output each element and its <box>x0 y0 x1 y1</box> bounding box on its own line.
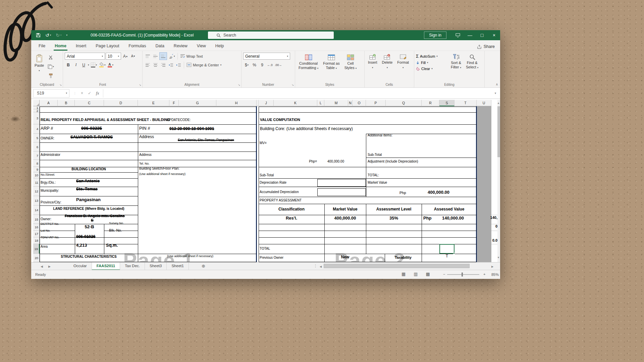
maximize-button[interactable]: □ <box>476 30 488 40</box>
row-header-7[interactable]: 7 <box>33 152 40 160</box>
oct-number[interactable]: 52-B <box>75 225 104 229</box>
font-size-combo[interactable]: 10▾ <box>106 53 121 60</box>
page-layout-view-icon[interactable]: ▥ <box>414 272 418 277</box>
row-header-5[interactable]: 5 <box>33 134 40 142</box>
format-painter-icon[interactable] <box>47 72 55 79</box>
area-value[interactable]: 4,213 <box>76 243 87 248</box>
sheet-nav-right-icon[interactable]: ▶ <box>48 265 51 268</box>
column-header-N[interactable]: N <box>348 100 353 106</box>
assessed-value[interactable]: 140,000.00 <box>435 216 464 221</box>
formula-bar-expand-icon[interactable]: ▾ <box>491 92 500 95</box>
insert-function-icon[interactable]: fx <box>96 90 99 96</box>
search-box[interactable]: Search <box>208 32 334 39</box>
tab-page-layout[interactable]: Page Layout <box>91 41 124 51</box>
scroll-up-icon[interactable]: ▲ <box>497 102 500 105</box>
column-header-K[interactable]: K <box>274 100 317 106</box>
column-header-H[interactable]: H <box>216 100 257 106</box>
scroll-down-icon[interactable]: ▼ <box>497 256 500 259</box>
accounting-format-icon[interactable]: $▾ <box>243 61 250 68</box>
new-sheet-button[interactable]: ⊕ <box>202 263 205 268</box>
province-value[interactable]: Pangasinan <box>76 197 101 202</box>
number-dialog-launcher[interactable]: ↘ <box>291 83 294 86</box>
increase-font-icon[interactable]: A▴ <box>122 53 129 60</box>
delete-cells-button[interactable]: Delete▾ <box>380 53 394 81</box>
fill-handle[interactable] <box>453 252 455 254</box>
tab-data[interactable]: Data <box>151 41 169 51</box>
market-value-total[interactable]: 400,000.00 <box>416 190 449 195</box>
horizontal-scrollbar-thumb[interactable] <box>324 264 470 268</box>
sort-filter-button[interactable]: AZ Sort &Filter ▾ <box>449 53 463 81</box>
page-break-view-icon[interactable]: ▩ <box>426 272 430 277</box>
row-header-10[interactable]: 10 <box>33 172 40 178</box>
column-header-G[interactable]: G <box>179 100 216 106</box>
comma-style-icon[interactable]: 9 <box>259 61 266 68</box>
row-header-4[interactable]: 4 <box>33 124 40 134</box>
close-button[interactable]: × <box>488 30 500 40</box>
merge-center-button[interactable]: Merge & Center ▾ <box>186 61 222 68</box>
tab-home[interactable]: Home <box>50 41 71 51</box>
normal-view-icon[interactable]: ▦ <box>401 272 406 277</box>
minimize-button[interactable]: — <box>464 30 476 40</box>
column-header-Q[interactable]: Q <box>386 100 422 106</box>
clear-button[interactable]: Clear▾ <box>416 67 448 71</box>
column-header-S[interactable]: S <box>439 100 454 106</box>
align-middle-icon[interactable] <box>152 53 159 60</box>
paste-button[interactable]: Paste ▾ <box>33 53 46 81</box>
column-header-T[interactable]: T <box>454 100 477 106</box>
assess-market-value[interactable]: 400,000.00 <box>324 216 366 221</box>
tab-review[interactable]: Review <box>169 41 192 51</box>
zoom-in-icon[interactable]: + <box>483 272 485 276</box>
row-header-20[interactable]: 20 <box>33 254 40 262</box>
column-header-A[interactable]: A <box>40 100 58 106</box>
hscroll-right-icon[interactable]: ▶ <box>491 265 493 268</box>
row-header-6[interactable]: 6 <box>33 142 40 152</box>
collapse-ribbon-icon[interactable]: ∧ <box>496 82 498 86</box>
tab-file[interactable]: File <box>34 41 50 51</box>
accumulated-depreciation-cell[interactable] <box>317 188 366 196</box>
zoom-slider-thumb[interactable] <box>462 273 463 277</box>
name-box[interactable]: S19▾ <box>33 89 69 98</box>
copy-icon[interactable]: ▾ <box>47 63 55 70</box>
number-format-combo[interactable]: General▾ <box>243 53 290 60</box>
row-header-11[interactable]: 11 <box>33 178 40 187</box>
vertical-scrollbar-thumb[interactable] <box>497 106 500 157</box>
column-header-D[interactable]: D <box>104 100 138 106</box>
fill-button[interactable]: Fill▾ <box>416 61 448 65</box>
row-header-3[interactable]: 3 <box>33 112 40 124</box>
hscroll-left-icon[interactable]: ◀ <box>320 265 322 268</box>
column-header-P[interactable]: P <box>366 100 386 106</box>
undo-button[interactable]: ↺▾ <box>45 33 51 38</box>
align-top-icon[interactable] <box>144 53 151 60</box>
sheet-tab-sheet1[interactable]: Sheet1 <box>167 262 189 270</box>
redo-button[interactable]: ↻▾ <box>56 33 61 38</box>
decrease-decimal-icon[interactable]: .00→ <box>274 61 283 68</box>
align-center-icon[interactable] <box>152 61 159 68</box>
ribbon-display-options-icon[interactable] <box>452 30 464 40</box>
increase-indent-icon[interactable] <box>175 61 182 68</box>
row-header-12[interactable]: 12 <box>33 187 40 196</box>
brgy-value[interactable]: San Antonio <box>76 179 100 183</box>
autosum-button[interactable]: Σ AutoSum▾ <box>416 54 448 59</box>
cut-icon[interactable] <box>47 54 55 61</box>
land-owner-value[interactable]: Francisco B. Angelo mte. Coralins <box>65 214 125 218</box>
arp-number[interactable]: 006-03235 <box>76 126 107 131</box>
decrease-font-icon[interactable]: A▾ <box>129 53 137 60</box>
orientation-icon[interactable]: ab ▾ <box>167 53 176 60</box>
column-header-U[interactable]: U <box>477 100 491 106</box>
sign-in-button[interactable]: Sign in <box>424 32 446 39</box>
active-cell-selection[interactable] <box>439 244 454 254</box>
classification-value[interactable]: Res'l. <box>259 216 324 221</box>
align-right-icon[interactable] <box>160 61 167 68</box>
column-header-R[interactable]: R <box>422 100 439 106</box>
clipboard-dialog-launcher[interactable]: ↘ <box>59 83 62 86</box>
column-header-B[interactable]: B <box>58 100 75 106</box>
enter-icon[interactable]: ✓ <box>88 91 91 96</box>
sheet-tab-sheet3[interactable]: Sheet3 <box>145 262 167 270</box>
row-header-13[interactable]: 13 <box>33 196 40 205</box>
column-header-O[interactable]: O <box>353 100 366 106</box>
owner-name[interactable]: SALVADOR T. RAMOS <box>70 135 113 139</box>
tdn-number[interactable]: 006-01026 <box>76 235 95 239</box>
owner-address[interactable]: San Antonio, Sto. Tomas, Pangasinan <box>178 138 234 142</box>
row-header-15[interactable]: 15 <box>33 215 40 224</box>
share-button[interactable]: Share <box>477 44 495 49</box>
